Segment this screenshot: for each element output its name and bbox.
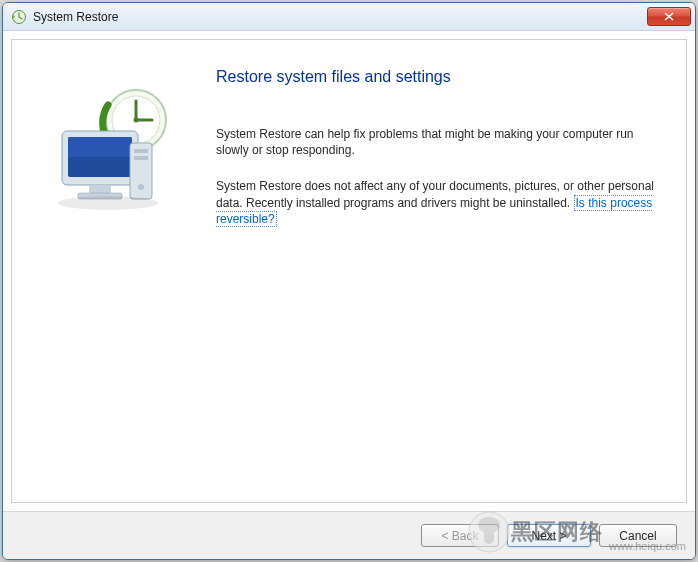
button-row: < Back Next > Cancel: [3, 511, 695, 559]
svg-point-7: [134, 118, 139, 123]
next-button[interactable]: Next >: [507, 524, 591, 547]
titlebar[interactable]: System Restore: [3, 3, 695, 31]
icon-column: [12, 40, 216, 502]
description-paragraph-2: System Restore does not affect any of yo…: [216, 178, 656, 227]
svg-rect-12: [89, 185, 111, 193]
system-restore-large-icon: [44, 85, 184, 215]
svg-rect-16: [134, 156, 148, 160]
window-title: System Restore: [33, 10, 647, 24]
close-button[interactable]: [647, 7, 691, 26]
content-area: Restore system files and settings System…: [3, 31, 695, 511]
wizard-panel: Restore system files and settings System…: [11, 39, 687, 503]
page-heading: Restore system files and settings: [216, 68, 656, 86]
restore-icon: [11, 9, 27, 25]
system-restore-window: System Restore: [2, 2, 696, 560]
svg-point-17: [138, 184, 144, 190]
svg-rect-11: [68, 137, 132, 157]
back-button: < Back: [421, 524, 499, 547]
svg-point-18: [58, 196, 158, 210]
svg-rect-15: [134, 149, 148, 153]
close-icon: [664, 12, 674, 21]
description-paragraph-1: System Restore can help fix problems tha…: [216, 126, 656, 158]
text-column: Restore system files and settings System…: [216, 40, 686, 502]
cancel-button[interactable]: Cancel: [599, 524, 677, 547]
